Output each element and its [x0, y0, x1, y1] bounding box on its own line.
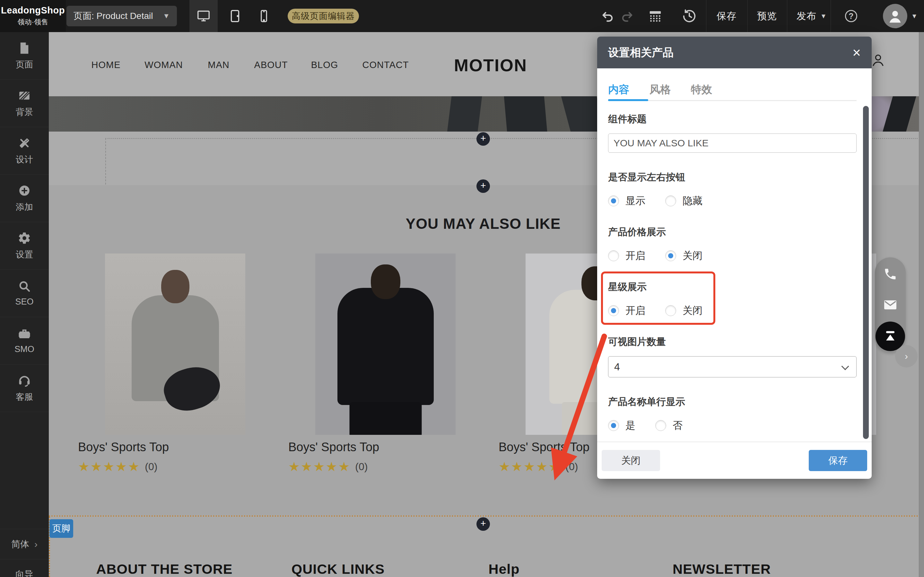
avatar[interactable]: [883, 4, 907, 28]
radio-option-label: 否: [672, 419, 682, 432]
sidebar-item-background[interactable]: 背景: [0, 80, 49, 127]
device-tablet-button[interactable]: [221, 0, 249, 32]
dialog-close-button[interactable]: 关闭: [601, 450, 660, 471]
toolbar-divider: [706, 0, 706, 32]
product-name: Boys' Sports Top: [78, 440, 288, 454]
device-mobile-button[interactable]: [250, 0, 278, 32]
phone-contact-button[interactable]: [882, 266, 898, 282]
advanced-page-editor-button[interactable]: 高级页面编辑器: [288, 9, 359, 23]
site-nav-woman[interactable]: WOMAN: [145, 60, 183, 70]
background-icon: [17, 89, 32, 102]
dialog-header: 设置相关产品 ×: [597, 37, 872, 68]
sidebar-item-settings[interactable]: 设置: [0, 222, 49, 269]
visible-images-value: 4: [614, 361, 620, 373]
help-button[interactable]: ?: [845, 10, 857, 22]
dialog-save-button[interactable]: 保存: [809, 450, 867, 471]
sidebar-wizard[interactable]: 向导: [0, 559, 49, 577]
page-scrollbar[interactable]: [919, 32, 924, 577]
add-section-button[interactable]: +: [476, 132, 490, 146]
toolbar-divider: [787, 0, 787, 32]
component-title-label: 组件标题: [608, 113, 856, 126]
page-icon: [18, 41, 31, 55]
publish-label: 发布: [797, 10, 816, 23]
publish-button[interactable]: 发布 ▼: [797, 0, 827, 32]
footer-column-title: ABOUT THE STORE: [96, 561, 232, 577]
site-nav-about[interactable]: ABOUT: [254, 60, 288, 70]
related-products-settings-dialog: 设置相关产品 × 内容风格特效 组件标题 是否显示左右按钮显示隐藏产品价格展示开…: [597, 37, 872, 479]
radio-option-开启[interactable]: 开启: [608, 249, 645, 263]
radio-options: 开启关闭: [608, 249, 856, 263]
radio-selected-icon[interactable]: [608, 195, 619, 206]
radio-selected-icon[interactable]: [608, 305, 619, 316]
add-section-button[interactable]: +: [476, 179, 490, 193]
radio-icon[interactable]: [665, 305, 676, 316]
account-person-icon[interactable]: [871, 53, 885, 69]
product-image[interactable]: [105, 253, 245, 435]
seo-icon: [18, 279, 31, 293]
chevron-right-icon: ›: [34, 539, 37, 550]
app-logo-line2: 领动·领售: [18, 17, 48, 27]
radio-icon[interactable]: [665, 195, 676, 206]
site-logo[interactable]: MOTION: [454, 55, 527, 75]
email-contact-button[interactable]: [882, 297, 898, 313]
radio-option-label: 关闭: [682, 249, 703, 263]
close-icon[interactable]: ×: [852, 45, 861, 60]
sidebar-item-design[interactable]: 设计: [0, 127, 49, 174]
radio-option-隐藏[interactable]: 隐藏: [665, 194, 703, 208]
page-selector-dropdown[interactable]: 页面: Product Detail ▼: [66, 6, 177, 26]
radio-selected-icon[interactable]: [665, 250, 676, 261]
sidebar-item-seo[interactable]: SEO: [0, 269, 49, 317]
undo-button[interactable]: [599, 0, 616, 32]
tab-风格[interactable]: 风格: [650, 82, 671, 97]
radio-option-显示[interactable]: 显示: [608, 194, 645, 208]
tab-特效[interactable]: 特效: [691, 82, 712, 97]
redo-icon: [620, 9, 634, 23]
tablet-icon: [227, 9, 242, 23]
history-button[interactable]: [681, 0, 698, 32]
radio-option-是[interactable]: 是: [608, 419, 635, 432]
radio-selected-icon[interactable]: [608, 420, 619, 431]
mobile-icon: [257, 9, 271, 23]
redo-button[interactable]: [618, 0, 636, 32]
site-nav-blog[interactable]: BLOG: [311, 60, 339, 70]
add-section-button[interactable]: +: [476, 517, 490, 531]
dialog-scrollbar-thumb[interactable]: [863, 106, 869, 439]
preview-button[interactable]: 预览: [757, 0, 777, 32]
product-rating: ★★★★★(0): [78, 459, 288, 474]
save-button[interactable]: 保存: [717, 0, 737, 32]
sidebar-item-support[interactable]: 客服: [0, 364, 49, 412]
sidebar-item-smo[interactable]: SMO: [0, 317, 49, 364]
visible-images-select[interactable]: 4: [608, 356, 856, 377]
radio-option-开启[interactable]: 开启: [608, 304, 645, 318]
product-card[interactable]: Boys' Sports Top★★★★★(0): [288, 253, 498, 507]
device-desktop-button[interactable]: [189, 0, 218, 32]
radio-option-否[interactable]: 否: [655, 419, 682, 432]
sidebar-item-page[interactable]: 页面: [0, 32, 49, 80]
account-menu-caret[interactable]: ▼: [911, 0, 918, 32]
sidebar-item-label: 添加: [16, 201, 33, 213]
sidebar-item-add[interactable]: 添加: [0, 174, 49, 222]
left-sidebar: 页面背景设计添加设置SEOSMO客服 简体 › 向导: [0, 32, 49, 577]
radio-icon[interactable]: [608, 250, 619, 261]
product-card[interactable]: Boys' Sports Top★★★★★(0): [78, 253, 288, 507]
product-image[interactable]: [315, 253, 456, 435]
radio-option-关闭[interactable]: 关闭: [665, 249, 703, 263]
component-title-input[interactable]: [608, 134, 856, 153]
review-count: (0): [565, 461, 578, 473]
settings-icon: [18, 231, 31, 245]
sidebar-language-switch[interactable]: 简体 ›: [0, 529, 49, 559]
email-icon: [882, 297, 898, 313]
footer-tag[interactable]: 页脚: [50, 519, 73, 538]
star-rating-icons: ★★★★★: [288, 459, 351, 474]
scroll-to-top-button[interactable]: [876, 322, 905, 351]
grid-layout-button[interactable]: [647, 0, 664, 32]
radio-icon[interactable]: [655, 420, 666, 431]
site-nav-contact[interactable]: CONTACT: [362, 60, 409, 70]
sidebar-item-label: 设置: [16, 249, 33, 260]
site-nav-home[interactable]: HOME: [92, 60, 121, 70]
tab-内容[interactable]: 内容: [608, 82, 629, 97]
page-selector-label: 页面: Product Detail: [74, 10, 153, 22]
radio-option-关闭[interactable]: 关闭: [665, 304, 703, 318]
radio-option-label: 隐藏: [682, 194, 703, 208]
site-nav-man[interactable]: MAN: [208, 60, 229, 70]
